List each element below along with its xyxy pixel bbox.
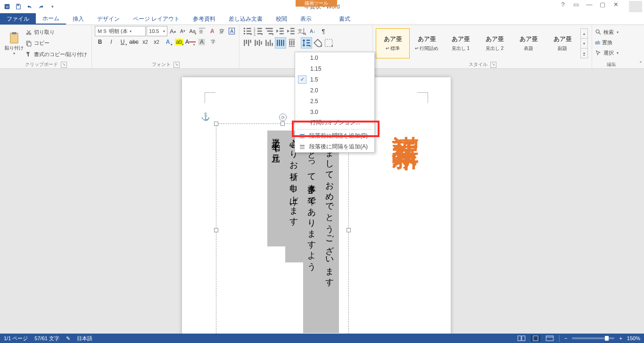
align-bottom-icon[interactable] <box>264 38 274 48</box>
grow-font-icon[interactable]: A▴ <box>168 26 177 36</box>
tab-home[interactable]: ホーム <box>36 13 66 24</box>
clipboard-launcher-icon[interactable]: ↘ <box>61 62 67 68</box>
help-icon[interactable]: ? <box>558 1 568 12</box>
align-center-v-icon[interactable] <box>253 38 264 48</box>
enclose-characters-icon[interactable]: 穿 <box>217 26 226 36</box>
highlight-icon[interactable]: ab▾ <box>174 37 184 47</box>
format-painter-button[interactable]: 書式のコピー/貼り付け <box>25 49 87 59</box>
font-name-combo[interactable]: ＭＳ 明朝 (本▾ <box>95 26 146 36</box>
font-size-combo[interactable]: 10.5▾ <box>147 26 167 36</box>
qat-customize-icon[interactable]: ▾ <box>47 1 58 12</box>
line-spacing-value[interactable]: 1.0 <box>295 52 374 63</box>
line-spacing-value[interactable]: 2.0 <box>295 85 374 96</box>
save-icon[interactable] <box>13 1 24 12</box>
paste-button[interactable]: 貼り付け ▾ <box>3 26 25 61</box>
resize-handle-e[interactable] <box>347 228 351 232</box>
style-item-5[interactable]: あア亜副題 <box>545 28 579 58</box>
text-direction-icon[interactable]: 文▾ <box>297 26 307 36</box>
subscript-button[interactable]: x2 <box>140 37 150 47</box>
decrease-indent-icon[interactable] <box>275 26 285 36</box>
text-effects-icon[interactable]: A▾ <box>163 37 173 47</box>
select-button[interactable]: 選択▾ <box>595 48 628 58</box>
resize-handle-n[interactable] <box>281 122 285 126</box>
style-item-4[interactable]: あア亜表題 <box>512 28 545 58</box>
tab-references[interactable]: 参考資料 <box>186 13 222 24</box>
ribbon-display-icon[interactable]: ▭ <box>571 1 581 12</box>
style-item-1[interactable]: あア亜↵ 行間詰め <box>410 28 444 58</box>
font-color-icon[interactable]: A▾ <box>185 37 196 47</box>
zoom-in-button[interactable]: + <box>619 335 622 341</box>
styles-scroll-btn[interactable]: ▾ <box>581 39 587 49</box>
line-spacing-value[interactable]: 1.15 <box>295 63 374 74</box>
find-button[interactable]: 検索▾ <box>595 27 628 37</box>
line-spacing-options[interactable]: 行間のオプション... <box>295 117 374 128</box>
zoom-slider[interactable] <box>572 337 614 339</box>
line-spacing-value[interactable]: ✓1.5 <box>295 74 374 85</box>
borders-icon[interactable]: ▾ <box>323 38 334 48</box>
shading-icon[interactable]: ▾ <box>313 38 323 48</box>
italic-button[interactable]: I <box>106 37 116 47</box>
line-spacing-add_before[interactable]: 段落前に間隔を追加(B) <box>295 131 374 141</box>
styles-launcher-icon[interactable]: ↘ <box>490 62 496 68</box>
tab-review[interactable]: 校閲 <box>269 13 294 24</box>
copy-button[interactable]: コピー <box>25 38 87 49</box>
tab-page-layout[interactable]: ページ レイアウト <box>126 13 186 24</box>
shrink-font-icon[interactable]: A▾ <box>178 26 187 36</box>
status-page[interactable]: 1/1 ページ <box>4 335 28 342</box>
line-spacing-value[interactable]: 2.5 <box>295 96 374 106</box>
line-spacing-button[interactable]: ▾ <box>301 37 312 49</box>
sort-icon[interactable]: A↓ <box>307 26 318 36</box>
bullets-icon[interactable]: ▾ <box>242 26 253 36</box>
view-web-icon[interactable] <box>545 335 554 342</box>
status-language[interactable]: 日本語 <box>77 335 92 342</box>
redo-icon[interactable] <box>36 1 46 12</box>
character-shading-icon[interactable]: A <box>197 37 207 47</box>
bold-button[interactable]: B <box>95 37 105 47</box>
status-word-count[interactable]: 57/61 文字 <box>34 335 59 342</box>
resize-handle-w[interactable] <box>214 228 218 232</box>
style-item-0[interactable]: あア亜↵ 標準 <box>376 28 410 58</box>
cut-button[interactable]: 切り取り <box>25 27 87 38</box>
resize-handle-nw[interactable] <box>214 122 218 126</box>
view-read-icon[interactable] <box>517 335 526 342</box>
tab-design[interactable]: デザイン <box>91 13 126 24</box>
numbering-icon[interactable]: 123▾ <box>253 26 264 36</box>
tab-format[interactable]: 書式 <box>332 13 357 24</box>
clear-formatting-icon[interactable]: A̷ <box>207 26 216 36</box>
tab-mailings[interactable]: 差し込み文書 <box>222 13 269 24</box>
multilevel-icon[interactable]: ▾ <box>264 26 274 36</box>
zoom-level[interactable]: 150% <box>627 335 640 341</box>
close-icon[interactable]: ✕ <box>611 1 620 12</box>
view-print-icon[interactable] <box>531 335 540 342</box>
minimize-icon[interactable]: ― <box>585 1 594 12</box>
tab-view[interactable]: 表示 <box>294 13 318 24</box>
line-spacing-value[interactable]: 3.0 <box>295 106 374 117</box>
account-avatar-icon[interactable] <box>629 1 642 12</box>
undo-icon[interactable] <box>25 1 35 12</box>
underline-button[interactable]: U▾ <box>117 37 128 47</box>
align-top-icon[interactable] <box>242 38 253 48</box>
superscript-button[interactable]: x2 <box>151 37 162 47</box>
zoom-thumb[interactable] <box>605 336 609 341</box>
status-proofing-icon[interactable]: ✎ <box>66 335 70 342</box>
tab-insert[interactable]: 挿入 <box>66 13 91 24</box>
zoom-out-button[interactable]: − <box>564 335 567 341</box>
distribute-icon[interactable] <box>287 38 297 48</box>
text-box[interactable]: ⟳ けましておめでとうございます 皆様にとって幸多き年でありますよう 心よりお祈… <box>216 123 349 334</box>
change-case-icon[interactable]: Aa▾ <box>188 26 197 36</box>
rotate-handle-icon[interactable]: ⟳ <box>279 114 287 121</box>
style-item-2[interactable]: あア亜見出し 1 <box>444 28 478 58</box>
font-launcher-icon[interactable]: ↘ <box>173 62 180 68</box>
styles-scroll-btn[interactable]: ▴ <box>581 29 587 39</box>
fit-text-icon[interactable]: 字 <box>208 37 218 47</box>
show-marks-icon[interactable]: ¶ <box>318 26 329 36</box>
collapse-ribbon-icon[interactable]: ˄ <box>639 61 642 67</box>
character-border-icon[interactable]: A <box>227 26 236 36</box>
styles-scroll[interactable]: ▴▾▾̲ <box>580 28 588 58</box>
word-app-icon[interactable]: W <box>2 1 12 12</box>
align-justify-icon[interactable] <box>275 37 286 49</box>
phonetic-guide-icon[interactable]: 亜 <box>198 26 207 36</box>
maximize-icon[interactable]: ▢ <box>598 1 607 12</box>
style-item-3[interactable]: あア亜見出し 2 <box>478 28 512 58</box>
increase-indent-icon[interactable] <box>286 26 296 36</box>
